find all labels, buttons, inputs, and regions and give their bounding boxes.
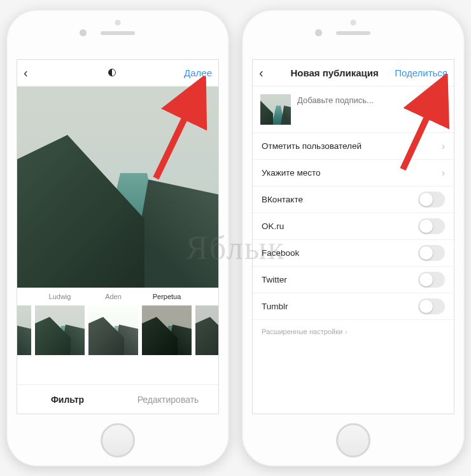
filter-label: Aden [88, 293, 138, 302]
filter-label: ema [17, 293, 31, 302]
speaker-grill [336, 31, 370, 35]
caption-input[interactable] [297, 94, 446, 105]
back-button[interactable]: ‹ [259, 66, 274, 80]
social-row: Facebook [253, 240, 454, 267]
social-row: OK.ru [253, 213, 454, 240]
filter-item[interactable]: ema [17, 293, 31, 355]
row-label: Tumblr [262, 302, 288, 311]
screen-left: ‹ Далее ema Ludwig Aden Perpe [17, 59, 219, 414]
home-button[interactable] [336, 423, 370, 458]
sensor-dot [115, 20, 121, 25]
chevron-right-icon: › [442, 167, 445, 179]
toggle-okru[interactable] [418, 218, 445, 234]
filter-item[interactable]: Aden [88, 293, 138, 355]
toggle-facebook[interactable] [418, 245, 445, 261]
row-label: Укажите место [262, 168, 321, 178]
row-label: OK.ru [262, 221, 284, 231]
chevron-right-icon: › [442, 141, 445, 152]
row-label: Отметить пользователей [262, 141, 362, 151]
phone-right: ‹ Новая публикация Поделиться Отметить п… [242, 10, 465, 466]
header-left: ‹ Далее [17, 60, 218, 87]
toggle-vk[interactable] [418, 192, 445, 207]
sensor-dot [351, 20, 356, 25]
advanced-label: Расширенные настройки [262, 328, 342, 335]
filter-label [195, 293, 218, 302]
toggle-tumblr[interactable] [418, 298, 445, 314]
filter-strip[interactable]: ema Ludwig Aden Perpetua [17, 288, 218, 356]
bottom-tabs: Фильтр Редактировать [17, 384, 218, 414]
toggle-twitter[interactable] [418, 272, 445, 288]
phone-left: ‹ Далее ema Ludwig Aden Perpe [6, 10, 229, 466]
filter-label: Perpetua [142, 293, 192, 302]
add-location-row[interactable]: Укажите место › [253, 160, 454, 186]
tag-people-row[interactable]: Отметить пользователей › [253, 133, 454, 160]
tab-filter[interactable]: Фильтр [17, 385, 118, 414]
caption-thumbnail[interactable] [260, 94, 291, 125]
speaker-grill [101, 31, 135, 35]
filter-item[interactable]: Ludwig [35, 293, 85, 355]
front-camera [315, 29, 322, 36]
photo-preview[interactable] [17, 87, 218, 288]
brightness-icon[interactable] [39, 66, 184, 80]
front-camera [80, 29, 87, 36]
row-label: ВКонтакте [262, 195, 303, 204]
next-button[interactable]: Далее [184, 67, 212, 78]
advanced-settings[interactable]: Расширенные настройки› [253, 320, 454, 343]
home-button[interactable] [101, 423, 135, 458]
social-row: ВКонтакте [253, 186, 454, 213]
filter-item[interactable] [195, 293, 218, 355]
social-row: Twitter [253, 267, 454, 293]
header-title: Новая публикация [274, 67, 395, 78]
row-label: Facebook [262, 248, 299, 258]
share-button[interactable]: Поделиться [395, 67, 447, 78]
chevron-right-icon: › [345, 328, 348, 335]
back-button[interactable]: ‹ [24, 66, 39, 80]
screen-right: ‹ Новая публикация Поделиться Отметить п… [252, 59, 454, 414]
filter-item[interactable]: Perpetua [142, 293, 192, 355]
header-right: ‹ Новая публикация Поделиться [253, 60, 454, 87]
row-label: Twitter [262, 275, 287, 284]
tab-edit[interactable]: Редактировать [118, 385, 218, 414]
social-row: Tumblr [253, 293, 454, 320]
caption-row [253, 87, 454, 133]
filter-label: Ludwig [35, 293, 85, 302]
